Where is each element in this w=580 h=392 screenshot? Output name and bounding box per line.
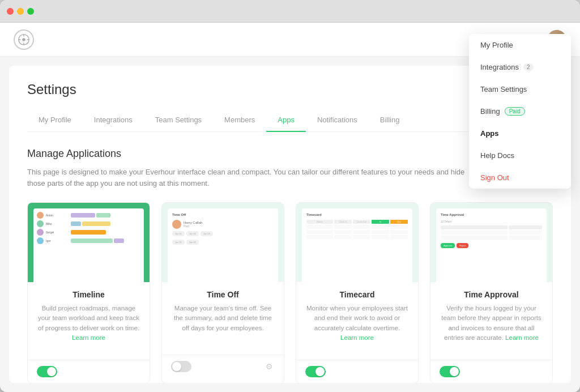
app-name-timecard: Timecard (305, 290, 409, 299)
app-card-timecard: Timecard Name Clock In Clock Out In Out (296, 202, 419, 383)
app-card-image-timeapproval: Time Approval 10:54am (430, 203, 552, 282)
dropdown-label-help-docs: Help Docs (480, 151, 514, 160)
dropdown-item-integrations[interactable]: Integrations 2 (469, 56, 571, 78)
dropdown-item-team-settings[interactable]: Team Settings (469, 78, 571, 100)
app-card-body-timecard: Timecard Monitor when your employees sta… (296, 282, 418, 360)
maximize-button[interactable] (27, 8, 34, 15)
timeapproval-screenshot: Time Approval 10:54am (436, 208, 547, 282)
tab-integrations[interactable]: Integrations (83, 109, 144, 132)
app-desc-timecard: Monitor when your employees start and en… (305, 304, 409, 343)
manage-desc: This page is designed to make your Everh… (27, 167, 469, 189)
tab-team-settings[interactable]: Team Settings (144, 109, 213, 132)
titlebar (0, 0, 580, 23)
app-card-image-timeoff: Time Off Harry Callah Paid (162, 203, 284, 282)
app-card-body-timeoff: Time Off Manage your team's time off. Se… (162, 282, 284, 355)
app-card-body-timeline: Timeline Build project roadmaps, manage … (28, 282, 150, 360)
app-card-timeapproval: Time Approval 10:54am (430, 202, 553, 383)
settings-icon-timeoff[interactable]: ⚙ (263, 361, 275, 372)
tab-notifications[interactable]: Notifications (306, 109, 369, 132)
timeline-screenshot: Anton Mike (33, 208, 144, 282)
app-card-timeoff: Time Off Harry Callah Paid (161, 202, 284, 383)
dropdown-label-sign-out: Sign Out (480, 173, 509, 182)
dropdown-item-sign-out[interactable]: Sign Out (469, 167, 571, 189)
app-window: Settings My Profile Integrations Team Se… (0, 0, 580, 392)
tab-billing[interactable]: Billing (369, 109, 411, 132)
svg-point-1 (22, 38, 25, 41)
tab-members[interactable]: Members (213, 109, 266, 132)
app-card-footer-timeline (28, 360, 150, 383)
app-name-timeoff: Time Off (171, 290, 275, 299)
app-card-timeline: Anton Mike (27, 202, 150, 383)
dropdown-menu: My Profile Integrations 2 Team Settings … (469, 34, 571, 189)
tab-apps[interactable]: Apps (266, 109, 306, 132)
dropdown-label-billing: Billing (480, 107, 500, 116)
app-card-body-timeapproval: Time Approval Verify the hours logged by… (430, 282, 552, 360)
app-name-timeapproval: Time Approval (440, 290, 543, 299)
toggle-timecard[interactable] (305, 366, 326, 377)
app-card-footer-timeapproval (430, 360, 552, 383)
learn-more-timeline[interactable]: Learn more (72, 334, 105, 341)
timecard-screenshot: Timecard Name Clock In Clock Out In Out (302, 208, 412, 282)
toggle-timeline[interactable] (37, 366, 57, 377)
billing-badge: Paid (505, 107, 525, 116)
dropdown-item-billing[interactable]: Billing Paid (469, 100, 571, 122)
toggle-timeapproval[interactable] (440, 366, 460, 377)
apps-grid: Anton Mike (27, 202, 553, 383)
app-desc-timeapproval: Verify the hours logged by your team bef… (440, 304, 543, 343)
integrations-badge: 2 (523, 63, 534, 71)
tab-my-profile[interactable]: My Profile (27, 109, 83, 132)
app-desc-timeline: Build project roadmaps, manage your team… (37, 304, 140, 343)
app-card-image-timecard: Timecard Name Clock In Clock Out In Out (296, 203, 418, 282)
app-card-footer-timeoff: ⚙ (162, 355, 284, 378)
close-button[interactable] (7, 8, 14, 15)
dropdown-item-apps[interactable]: Apps (469, 122, 571, 144)
toggle-timeoff[interactable] (171, 361, 191, 372)
learn-more-timecard[interactable]: Learn more (340, 334, 374, 341)
app-card-image-timeline: Anton Mike (28, 203, 150, 282)
app-card-footer-timecard (296, 360, 418, 383)
app-desc-timeoff: Manage your team's time off. See the sum… (171, 304, 275, 338)
dropdown-item-my-profile[interactable]: My Profile (469, 34, 571, 56)
minimize-button[interactable] (17, 8, 24, 15)
dropdown-label-team-settings: Team Settings (480, 85, 527, 93)
dropdown-label-my-profile: My Profile (480, 41, 513, 49)
app-name-timeline: Timeline (37, 290, 140, 299)
dropdown-item-help-docs[interactable]: Help Docs (469, 144, 571, 167)
timeoff-screenshot: Time Off Harry Callah Paid (168, 208, 278, 282)
app-logo[interactable] (14, 29, 34, 50)
dropdown-label-apps: Apps (480, 129, 499, 138)
traffic-lights (7, 8, 34, 15)
learn-more-timeapproval[interactable]: Learn more (505, 334, 539, 341)
dropdown-label-integrations: Integrations (480, 63, 519, 71)
